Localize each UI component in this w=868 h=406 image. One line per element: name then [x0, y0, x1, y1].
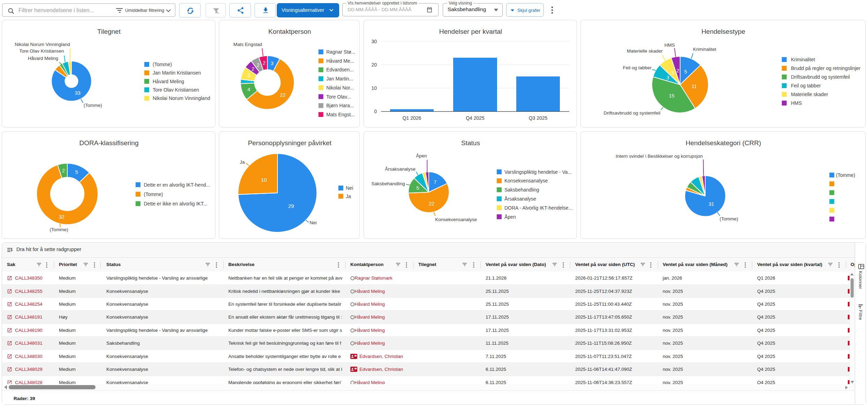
svg-text:Kontaktperson: Kontaktperson — [268, 28, 311, 35]
svg-text:Åpen: Åpen — [504, 214, 516, 220]
svg-text:DORA - Alvorlig IKT-hendelse..: DORA - Alvorlig IKT-hendelse... — [504, 205, 572, 211]
svg-text:Konsekvensanalyse: Konsekvensanalyse — [435, 217, 477, 222]
svg-text:Nikolai Nor...: Nikolai Nor... — [326, 85, 354, 91]
svg-text:Q4 2025: Q4 2025 — [466, 115, 485, 121]
svg-text:(Tomme): (Tomme) — [153, 62, 172, 67]
svg-text:32: 32 — [59, 214, 64, 220]
svg-text:Tore Olav...: Tore Olav... — [326, 94, 351, 100]
svg-text:Åpen: Åpen — [416, 153, 427, 158]
svg-text:4: 4 — [248, 87, 250, 92]
svg-text:31: 31 — [709, 201, 714, 207]
svg-text:Ja: Ja — [240, 159, 245, 165]
svg-text:Tilegnet: Tilegnet — [97, 28, 121, 35]
svg-text:Årsaksanalyse: Årsaksanalyse — [504, 196, 536, 202]
svg-text:3: 3 — [248, 73, 250, 78]
svg-text:5: 5 — [684, 69, 687, 75]
svg-text:Feil og tabber: Feil og tabber — [623, 65, 652, 70]
svg-text:Bjørn Hara...: Bjørn Hara... — [326, 103, 354, 108]
svg-text:HMS: HMS — [791, 100, 802, 106]
svg-text:2: 2 — [257, 62, 259, 68]
svg-text:Saksbehandling: Saksbehandling — [372, 181, 405, 186]
svg-text:Nikolai Norum Vinningland: Nikolai Norum Vinningland — [153, 95, 210, 101]
svg-text:Status: Status — [461, 139, 480, 147]
svg-text:0: 0 — [374, 109, 377, 114]
svg-text:Hendelsestype: Hendelsestype — [701, 28, 745, 35]
svg-text:Dette er en alvorlig IKT-hend.: Dette er en alvorlig IKT-hend... — [144, 182, 210, 188]
svg-text:3: 3 — [271, 61, 274, 66]
svg-text:Feil og tabber: Feil og tabber — [791, 83, 821, 88]
svg-text:3: 3 — [667, 75, 669, 80]
svg-text:2: 2 — [62, 168, 65, 173]
svg-text:Saksbehandling: Saksbehandling — [504, 187, 539, 193]
svg-text:10: 10 — [261, 177, 267, 183]
svg-text:Q1 2026: Q1 2026 — [403, 115, 421, 121]
svg-text:Materielle skader: Materielle skader — [791, 92, 828, 97]
svg-text:Tore Olav Kristiansen: Tore Olav Kristiansen — [153, 87, 199, 93]
svg-text:(Tomme): (Tomme) — [84, 103, 102, 108]
svg-text:Kriminalitet: Kriminalitet — [693, 47, 716, 52]
svg-text:Ja: Ja — [346, 194, 351, 199]
svg-text:Materielle skader: Materielle skader — [627, 48, 663, 54]
svg-text:11: 11 — [692, 84, 697, 89]
svg-text:Jan Martin...: Jan Martin... — [326, 76, 353, 81]
svg-text:20: 20 — [371, 62, 377, 68]
svg-text:10: 10 — [371, 85, 377, 91]
svg-text:Håvard Meling: Håvard Meling — [28, 56, 58, 61]
svg-text:Driftsavbrudd og systemfeil: Driftsavbrudd og systemfeil — [603, 110, 660, 116]
svg-text:15: 15 — [669, 93, 675, 99]
svg-text:Kriminalitet: Kriminalitet — [791, 57, 815, 62]
svg-text:Hendelseskategori (CRR): Hendelseskategori (CRR) — [686, 139, 761, 147]
svg-text:2: 2 — [676, 68, 679, 73]
svg-text:Nei: Nei — [310, 220, 317, 225]
svg-text:HMS: HMS — [664, 42, 675, 48]
svg-text:Konsekvensanalyse: Konsekvensanalyse — [504, 178, 548, 184]
svg-text:7: 7 — [434, 179, 436, 185]
svg-text:Ragnar Stø...: Ragnar Stø... — [326, 49, 355, 55]
svg-text:(Tomme): (Tomme) — [144, 192, 163, 197]
svg-text:(Tomme): (Tomme) — [719, 216, 738, 221]
svg-text:Jan Martin Kristiansen: Jan Martin Kristiansen — [153, 70, 201, 76]
svg-text:33: 33 — [75, 90, 81, 96]
svg-text:DORA-klassifisering: DORA-klassifisering — [79, 139, 139, 147]
svg-text:Nikolai Norum Vinningland: Nikolai Norum Vinningland — [15, 42, 70, 47]
svg-text:Driftsavbrudd og systemfeil: Driftsavbrudd og systemfeil — [791, 74, 850, 80]
svg-text:Årsaksanalyse: Årsaksanalyse — [385, 166, 416, 172]
svg-text:Hendelser per kvartal: Hendelser per kvartal — [439, 28, 502, 35]
svg-text:Håvard Meling: Håvard Meling — [153, 79, 184, 84]
svg-text:Personopplysninger påvirket: Personopplysninger påvirket — [248, 139, 332, 147]
svg-text:Brudd på regler og retningslin: Brudd på regler og retningslinjer — [791, 65, 861, 71]
svg-text:Mats Engst...: Mats Engst... — [326, 112, 355, 117]
svg-text:5: 5 — [416, 185, 419, 191]
svg-text:3: 3 — [671, 70, 674, 76]
svg-text:Nei: Nei — [346, 185, 353, 191]
svg-text:Q3 2025: Q3 2025 — [529, 115, 548, 121]
svg-text:Intern svindel \ Bestikkelser: Intern svindel \ Bestikkelser og korrups… — [616, 154, 703, 159]
svg-text:(Tomme): (Tomme) — [836, 172, 855, 178]
svg-text:Dette er ikke en alvorlig IKT.: Dette er ikke en alvorlig IKT... — [144, 201, 207, 206]
svg-text:Varslingspliktig hendelse - Va: Varslingspliktig hendelse - Va... — [504, 169, 572, 175]
svg-text:2: 2 — [252, 66, 254, 72]
svg-text:Tore Olav Kristiansen: Tore Olav Kristiansen — [19, 48, 64, 54]
svg-text:22: 22 — [429, 201, 434, 206]
svg-text:Edvardsen...: Edvardsen... — [326, 67, 354, 72]
svg-text:29: 29 — [288, 203, 294, 209]
svg-text:22: 22 — [280, 92, 285, 98]
svg-text:2: 2 — [263, 60, 266, 66]
svg-text:Mats Engstad: Mats Engstad — [233, 42, 262, 47]
svg-text:5: 5 — [75, 169, 78, 175]
svg-text:Håvard Me...: Håvard Me... — [326, 58, 354, 64]
svg-text:(Tomme): (Tomme) — [50, 227, 68, 232]
svg-text:30: 30 — [371, 39, 377, 44]
